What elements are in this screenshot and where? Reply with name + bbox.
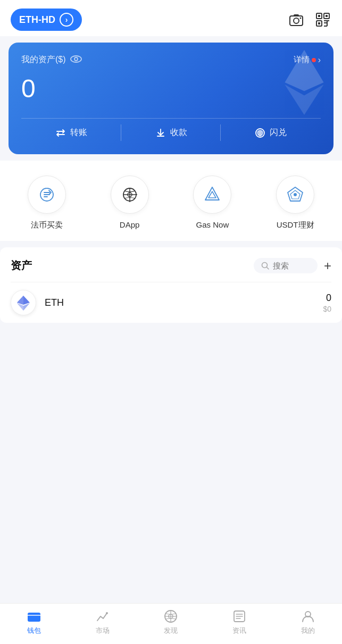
receive-icon [155, 128, 166, 138]
dapp-button[interactable]: DApp [111, 175, 149, 230]
usdt-finance-icon-circle [276, 175, 314, 214]
quick-menu: 法币买卖 DApp [0, 161, 342, 241]
dapp-icon-circle [111, 175, 149, 214]
gas-now-icon [203, 185, 222, 204]
discover-nav-label: 发现 [164, 626, 178, 635]
svg-rect-37 [36, 617, 39, 619]
eth-logo [15, 294, 32, 311]
gas-now-icon-circle [193, 175, 231, 214]
nav-news-button[interactable]: 资讯 [223, 609, 255, 635]
add-token-button[interactable]: + [324, 260, 331, 272]
fiat-trade-icon [37, 185, 56, 204]
asset-label: 我的资产($) [21, 54, 82, 65]
search-icon [261, 262, 270, 270]
svg-rect-7 [318, 15, 320, 17]
asset-card: 我的资产($) 详情 › 0 [9, 43, 333, 154]
transfer-label: 转账 [70, 127, 87, 138]
nav-profile-button[interactable]: 我的 [292, 609, 324, 635]
transfer-icon [55, 128, 66, 138]
eth-token-name: ETH [45, 297, 314, 308]
flash-label: 闪兑 [270, 127, 287, 138]
svg-point-14 [71, 56, 81, 62]
market-nav-label: 市场 [96, 626, 110, 635]
fiat-trade-label: 法币买卖 [31, 220, 63, 230]
camera-icon-button[interactable] [288, 11, 305, 28]
wallet-nav-icon [27, 609, 41, 624]
gas-now-label: Gas Now [196, 220, 229, 229]
wallet-arrow-icon: › [60, 13, 73, 27]
dapp-icon [120, 185, 139, 204]
receive-label: 收款 [170, 127, 187, 138]
qr-icon [314, 11, 331, 28]
gas-now-button[interactable]: Gas Now [193, 175, 231, 230]
eth-watermark-icon [270, 48, 333, 119]
usdt-finance-button[interactable]: USDT理财 [276, 175, 314, 230]
receive-button[interactable]: 收款 [121, 119, 221, 147]
header: ETH-HD › [0, 0, 342, 36]
assets-header: 资产 + [11, 247, 331, 282]
svg-marker-16 [285, 50, 323, 91]
fiat-trade-icon-circle [28, 175, 66, 214]
search-input[interactable] [273, 261, 310, 270]
eye-icon[interactable] [70, 54, 82, 65]
qr-scan-button[interactable] [314, 11, 331, 28]
svg-point-38 [106, 612, 108, 614]
svg-rect-9 [318, 22, 320, 24]
nav-wallet-button[interactable]: 钱包 [18, 609, 50, 635]
asset-label-text: 我的资产($) [21, 54, 66, 65]
svg-rect-8 [326, 15, 328, 17]
svg-rect-2 [294, 14, 299, 16]
nav-market-button[interactable]: 市场 [87, 609, 119, 635]
svg-point-3 [300, 18, 302, 19]
svg-line-31 [266, 267, 269, 269]
wallet-nav-label: 钱包 [27, 626, 41, 635]
eth-token-icon [11, 290, 36, 315]
search-box [254, 258, 318, 273]
news-nav-icon [232, 609, 247, 624]
svg-point-15 [74, 57, 78, 61]
eth-token-amounts: 0 $0 [323, 292, 331, 313]
usdt-finance-icon [286, 185, 305, 204]
dapp-label: DApp [120, 220, 140, 229]
news-nav-label: 资讯 [232, 626, 246, 635]
flash-exchange-button[interactable]: 闪兑 [221, 119, 321, 147]
main-content: 我的资产($) 详情 › 0 [0, 43, 342, 372]
svg-marker-34 [17, 296, 23, 305]
eth-amount: 0 [323, 292, 331, 304]
header-action-icons [288, 11, 331, 28]
assets-search-area: + [254, 258, 331, 273]
fiat-trade-button[interactable]: 法币买卖 [28, 175, 66, 230]
token-row[interactable]: ETH 0 $0 [11, 282, 331, 323]
eth-usd-amount: $0 [323, 305, 331, 313]
discover-nav-icon [163, 609, 178, 624]
camera-icon [288, 11, 305, 28]
flash-icon [255, 128, 265, 138]
wallet-name-label: ETH-HD [19, 14, 55, 26]
market-nav-icon [95, 609, 110, 624]
bottom-nav: 钱包 市场 发现 [0, 603, 342, 644]
nav-discover-button[interactable]: 发现 [155, 609, 187, 635]
profile-nav-label: 我的 [301, 626, 315, 635]
svg-point-29 [294, 193, 297, 196]
wallet-selector-button[interactable]: ETH-HD › [11, 9, 82, 31]
svg-rect-18 [157, 136, 164, 137]
transfer-button[interactable]: 转账 [21, 119, 121, 147]
assets-title: 资产 [11, 258, 32, 273]
assets-section: 资产 + [0, 247, 342, 323]
usdt-finance-label: USDT理财 [277, 220, 314, 230]
profile-nav-icon [301, 609, 315, 624]
card-actions: 转账 收款 闪兑 [21, 118, 321, 147]
svg-point-1 [294, 18, 299, 23]
